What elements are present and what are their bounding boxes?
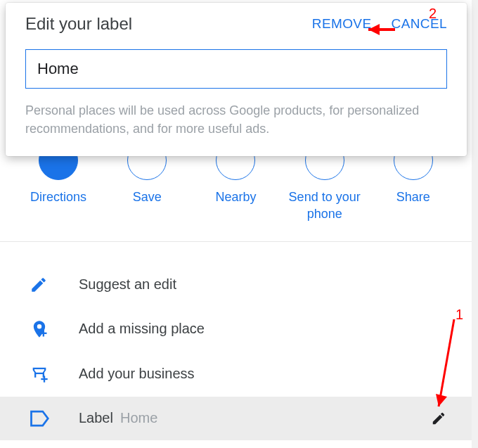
svg-rect-1	[40, 332, 46, 333]
dialog-actions: REMOVE CANCEL	[312, 16, 447, 32]
add-place-icon	[30, 319, 79, 339]
dialog-header: Edit your label REMOVE CANCEL	[25, 14, 447, 34]
dialog-title: Edit your label	[25, 14, 132, 34]
dialog-hint: Personal places will be used across Goog…	[25, 101, 447, 138]
suggest-edit-item[interactable]: Suggest an edit	[0, 263, 472, 307]
edit-label-dialog: Edit your label REMOVE CANCEL Personal p…	[6, 3, 467, 156]
cancel-button[interactable]: CANCEL	[392, 16, 447, 32]
edit-label-button[interactable]	[431, 411, 446, 426]
svg-rect-3	[41, 378, 47, 379]
label-value: Home	[120, 410, 157, 426]
label-name-input[interactable]	[25, 49, 447, 89]
add-missing-place-label: Add a missing place	[79, 321, 205, 337]
nearby-label: Nearby	[215, 188, 256, 205]
add-business-item[interactable]: Add your business	[0, 352, 472, 397]
options-list: Suggest an edit Add a missing place	[0, 242, 472, 440]
storefront-icon	[30, 364, 79, 384]
directions-label: Directions	[30, 188, 86, 205]
label-icon	[30, 409, 79, 428]
remove-button[interactable]: REMOVE	[312, 16, 372, 32]
label-title: Label	[79, 410, 113, 426]
share-label: Share	[396, 188, 430, 205]
save-label: Save	[133, 188, 162, 205]
pencil-icon	[30, 276, 79, 294]
send-label: Send to your phone	[283, 188, 367, 223]
label-item[interactable]: Label Home	[0, 397, 472, 440]
add-missing-place-item[interactable]: Add a missing place	[0, 307, 472, 352]
add-business-label: Add your business	[79, 366, 195, 382]
suggest-edit-label: Suggest an edit	[79, 276, 176, 293]
